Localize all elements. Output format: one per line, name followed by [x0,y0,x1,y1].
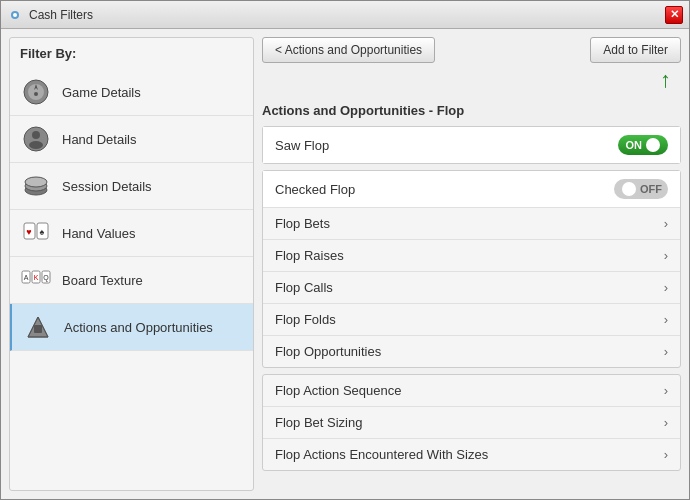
flop-bet-sizing-row[interactable]: Flop Bet Sizing › [263,407,680,439]
sidebar-item-hand-details-label: Hand Details [62,132,136,147]
title-bar-left: Cash Filters [7,7,93,23]
game-details-icon [20,76,52,108]
svg-text:Q: Q [43,274,49,282]
window-title: Cash Filters [29,8,93,22]
svg-point-7 [29,141,43,149]
session-details-icon [20,170,52,202]
flop-bet-sizing-arrow: › [664,415,668,430]
section-title: Actions and Opportunities - Flop [262,99,681,120]
add-filter-button[interactable]: Add to Filter [590,37,681,63]
sidebar-header: Filter By: [10,38,253,69]
sidebar-item-game-details-label: Game Details [62,85,141,100]
saw-flop-container: Saw Flop ON [262,126,681,164]
cash-filters-window: Cash Filters ✕ Filter By: Game Details [0,0,690,500]
svg-text:A: A [24,274,29,281]
sidebar-item-board-texture[interactable]: A K Q Board Texture [10,257,253,304]
window-icon [7,7,23,23]
flop-opportunities-label: Flop Opportunities [275,344,381,359]
sidebar-item-board-texture-label: Board Texture [62,273,143,288]
svg-point-10 [25,177,47,187]
title-bar: Cash Filters ✕ [1,1,689,29]
saw-flop-row[interactable]: Saw Flop ON [263,127,680,163]
sidebar-item-hand-values[interactable]: ♥ ♠ Hand Values [10,210,253,257]
flop-opportunities-row[interactable]: Flop Opportunities › [263,336,680,367]
checked-flop-row[interactable]: Checked Flop OFF [263,171,680,208]
sidebar-item-actions-opportunities[interactable]: Actions and Opportunities [10,304,253,351]
sidebar-item-game-details[interactable]: Game Details [10,69,253,116]
svg-point-1 [13,13,17,17]
flop-raises-row[interactable]: Flop Raises › [263,240,680,272]
green-arrow-icon: ↑ [660,69,671,91]
top-bar: < Actions and Opportunities Add to Filte… [262,37,681,63]
flop-bets-row[interactable]: Flop Bets › [263,208,680,240]
svg-point-4 [34,92,38,96]
flop-action-sequence-label: Flop Action Sequence [275,383,401,398]
flop-raises-arrow: › [664,248,668,263]
sidebar-item-session-details-label: Session Details [62,179,152,194]
hand-details-icon [20,123,52,155]
sidebar-item-hand-details[interactable]: Hand Details [10,116,253,163]
svg-text:♠: ♠ [40,227,45,237]
main-content: Filter By: Game Details Hand Detai [1,29,689,499]
svg-text:K: K [34,274,39,281]
flop-bets-arrow: › [664,216,668,231]
svg-point-6 [32,131,40,139]
flop-folds-row[interactable]: Flop Folds › [263,304,680,336]
arrow-indicator: ↑ [262,69,681,91]
flop-action-sequence-arrow: › [664,383,668,398]
flop-bets-label: Flop Bets [275,216,330,231]
close-button[interactable]: ✕ [665,6,683,24]
hand-values-icon: ♥ ♠ [20,217,52,249]
board-texture-icon: A K Q [20,264,52,296]
sidebar: Filter By: Game Details Hand Detai [9,37,254,491]
sidebar-item-hand-values-label: Hand Values [62,226,135,241]
back-button[interactable]: < Actions and Opportunities [262,37,435,63]
checked-flop-toggle[interactable]: OFF [614,179,668,199]
flop-raises-label: Flop Raises [275,248,344,263]
flop-actions-encountered-arrow: › [664,447,668,462]
flop-calls-arrow: › [664,280,668,295]
flop-actions-encountered-row[interactable]: Flop Actions Encountered With Sizes › [263,439,680,470]
saw-flop-label: Saw Flop [275,138,329,153]
checked-flop-label: Checked Flop [275,182,355,197]
svg-rect-23 [34,325,42,333]
flop-folds-arrow: › [664,312,668,327]
filter-rows-bottom-container: Flop Action Sequence › Flop Bet Sizing ›… [262,374,681,471]
flop-calls-row[interactable]: Flop Calls › [263,272,680,304]
flop-opportunities-arrow: › [664,344,668,359]
sidebar-item-session-details[interactable]: Session Details [10,163,253,210]
main-panel: < Actions and Opportunities Add to Filte… [262,37,681,491]
flop-folds-label: Flop Folds [275,312,336,327]
flop-actions-encountered-label: Flop Actions Encountered With Sizes [275,447,488,462]
svg-text:♥: ♥ [26,227,31,237]
flop-bet-sizing-label: Flop Bet Sizing [275,415,362,430]
sidebar-item-actions-opportunities-label: Actions and Opportunities [64,320,213,335]
filter-rows-container: Checked Flop OFF Flop Bets › Flop Raises… [262,170,681,368]
flop-calls-label: Flop Calls [275,280,333,295]
saw-flop-toggle[interactable]: ON [618,135,669,155]
actions-opportunities-icon [22,311,54,343]
flop-action-sequence-row[interactable]: Flop Action Sequence › [263,375,680,407]
